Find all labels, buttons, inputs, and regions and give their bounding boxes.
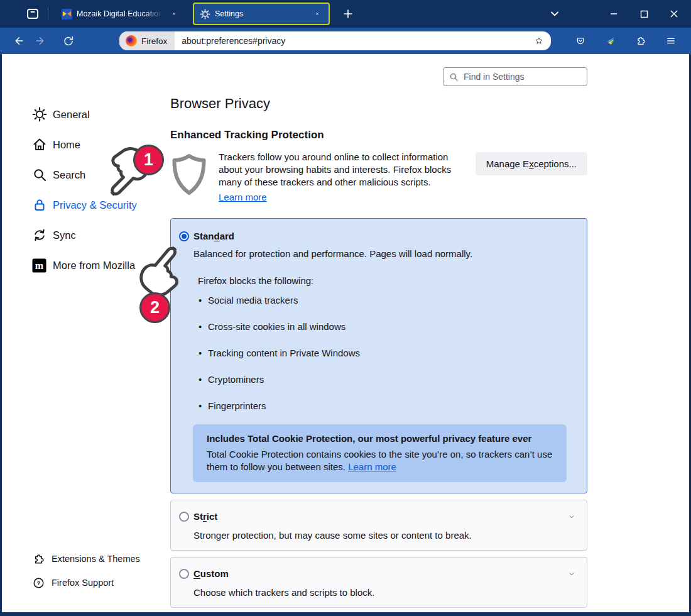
list-item: Cross-site cookies in all windows: [199, 321, 577, 333]
pocket-button[interactable]: [572, 32, 589, 50]
list-item: Social media trackers: [199, 294, 577, 307]
svg-text:?: ?: [36, 579, 40, 586]
etp-description-row: Trackers follow you around online to col…: [170, 151, 587, 204]
sidebar-item-extensions-themes[interactable]: Extensions & Themes: [2, 547, 140, 571]
question-icon: ?: [33, 577, 45, 589]
tab-bar: Mozaik Digital Education and Le Settings: [0, 0, 691, 28]
learn-more-link[interactable]: Learn more: [219, 191, 267, 204]
blocked-items-list: Social media trackers Cross-site cookies…: [199, 294, 577, 412]
sidebar-item-label: Privacy & Security: [53, 199, 137, 211]
sidebar-item-search[interactable]: Search: [2, 160, 170, 190]
address-bar[interactable]: Firefox about:preferences#privacy: [119, 31, 551, 50]
url-text: about:preferences#privacy: [182, 36, 285, 46]
total-cookie-protection-callout: Includes Total Cookie Protection, our mo…: [193, 424, 567, 482]
tab-close-button[interactable]: [168, 8, 180, 19]
settings-page: General Home Searc: [2, 54, 689, 612]
window-controls: [544, 4, 685, 24]
strict-radio[interactable]: [179, 512, 189, 522]
extensions-button[interactable]: [632, 32, 650, 50]
home-icon: [31, 137, 47, 153]
tab-separator: [48, 8, 48, 20]
sidebar-item-firefox-support[interactable]: ? Firefox Support: [2, 571, 140, 595]
blocks-heading: Firefox blocks the following:: [198, 275, 577, 286]
chip-label: Firefox: [141, 36, 167, 46]
close-icon: [315, 10, 319, 18]
close-icon: [670, 9, 678, 18]
list-item: Fingerprinters: [199, 400, 577, 412]
manage-exceptions-button[interactable]: Manage Exceptions...: [476, 152, 587, 175]
tab-title: Mozaik Digital Education and Le: [77, 9, 164, 18]
list-item: Tracking content in Private Windows: [199, 347, 577, 360]
close-icon: [172, 10, 176, 18]
sidebar-item-sync[interactable]: Sync: [2, 220, 170, 250]
plus-icon: [343, 9, 353, 19]
mozaik-favicon: [62, 9, 72, 19]
sidebar-item-label: Extensions & Themes: [52, 554, 140, 564]
maximize-button[interactable]: [633, 4, 655, 24]
lock-icon: [31, 197, 47, 213]
firefox-logo-icon: [126, 35, 137, 47]
sidebar-item-privacy-security[interactable]: Privacy & Security: [2, 190, 170, 220]
tab-title: Settings: [215, 9, 307, 18]
back-arrow-icon: [13, 34, 24, 48]
tab-close-button[interactable]: [312, 8, 323, 19]
tab-settings[interactable]: Settings: [193, 3, 330, 25]
chevron-down-icon: [569, 569, 575, 579]
forward-button[interactable]: [31, 31, 50, 50]
close-window-button[interactable]: [663, 4, 685, 24]
option-strict-card[interactable]: Strict Stronger protection, but may caus…: [170, 500, 587, 551]
shield-icon: [170, 153, 208, 196]
custom-expand-button[interactable]: [565, 567, 579, 581]
sidebar-item-more-from-mozilla[interactable]: m More from Mozilla: [2, 250, 170, 280]
minimize-button[interactable]: [603, 4, 624, 24]
custom-label: Custom: [193, 568, 229, 579]
reload-icon: [63, 35, 74, 48]
menu-button[interactable]: [662, 32, 680, 50]
gear-icon: [31, 107, 47, 123]
standard-label: Standard: [193, 231, 234, 241]
star-icon: [535, 35, 543, 47]
tab-list-button[interactable]: [544, 4, 565, 24]
section-title: Enhanced Tracking Protection: [170, 129, 587, 141]
custom-description: Choose which trackers and scripts to blo…: [193, 587, 577, 598]
back-button[interactable]: [9, 31, 28, 50]
strict-label: Strict: [193, 511, 217, 522]
standard-radio[interactable]: [179, 231, 189, 241]
extension-bird-button[interactable]: [602, 32, 619, 50]
forward-arrow-icon: [35, 34, 46, 48]
find-in-settings[interactable]: [443, 67, 587, 86]
puzzle-icon: [636, 35, 646, 47]
find-in-settings-input[interactable]: [462, 71, 581, 82]
strict-expand-button[interactable]: [565, 510, 579, 524]
custom-radio[interactable]: [179, 569, 189, 579]
learn-more-link[interactable]: Learn more: [348, 461, 396, 472]
privacy-settings-main: Browser Privacy Enhanced Tracking Protec…: [170, 54, 587, 608]
pocket-icon: [575, 35, 585, 47]
firefox-search-chip[interactable]: Firefox: [119, 31, 175, 50]
firefox-window: Mozaik Digital Education and Le Settings: [0, 0, 691, 616]
reload-button[interactable]: [59, 31, 78, 50]
sidebar-item-label: More from Mozilla: [53, 260, 135, 272]
sidebar-item-general[interactable]: General: [2, 99, 170, 129]
new-tab-button[interactable]: [339, 4, 357, 23]
svg-text:m: m: [35, 260, 44, 271]
toolbar-buttons: [572, 32, 682, 50]
sidebar-item-label: Sync: [53, 229, 76, 241]
firefox-view-button[interactable]: [23, 4, 43, 24]
gear-icon: [200, 9, 210, 19]
option-standard-card[interactable]: Standard Balanced for protection and per…: [170, 218, 587, 493]
bird-icon: [606, 35, 616, 47]
bookmark-star-button[interactable]: [531, 33, 547, 49]
sidebar-item-home[interactable]: Home: [2, 129, 170, 160]
firefox-view-icon: [25, 6, 40, 21]
search-icon: [31, 167, 47, 183]
search-icon: [449, 72, 459, 82]
sidebar-item-label: Home: [53, 139, 80, 151]
option-custom-card[interactable]: Custom Choose which trackers and scripts…: [170, 557, 587, 608]
strict-description: Stronger protection, but may cause some …: [193, 530, 577, 541]
tab-mozaik[interactable]: Mozaik Digital Education and Le: [56, 3, 185, 25]
navigation-toolbar: Firefox about:preferences#privacy: [0, 28, 691, 54]
sync-icon: [31, 228, 47, 243]
sidebar-item-label: Search: [53, 169, 85, 181]
chevron-down-icon: [569, 512, 575, 522]
